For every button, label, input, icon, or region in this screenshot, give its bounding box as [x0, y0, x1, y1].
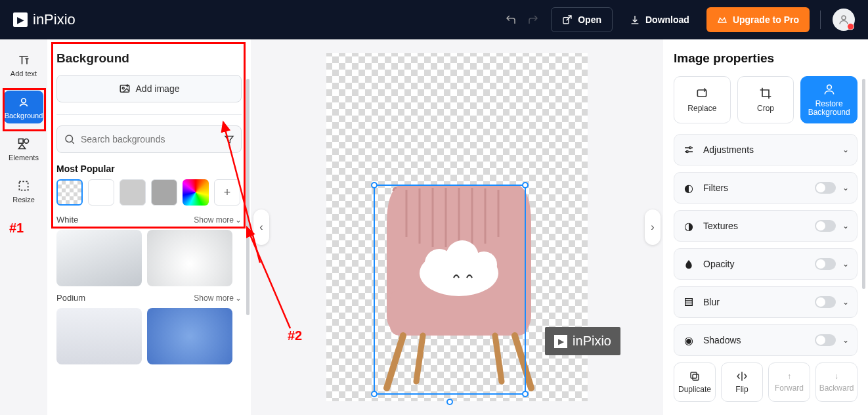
- textures-row[interactable]: ◑ Textures ⌄: [674, 210, 857, 242]
- adjustments-row[interactable]: Adjustments ⌄: [674, 134, 857, 165]
- brand-logo: ▶ inPixio: [13, 11, 76, 28]
- show-more-white[interactable]: Show more ⌄: [194, 215, 242, 225]
- search-backgrounds[interactable]: [56, 125, 242, 153]
- annotation-arrow-2: [244, 223, 303, 335]
- duplicate-button[interactable]: Duplicate: [674, 362, 716, 402]
- shadows-toggle[interactable]: [815, 334, 836, 346]
- textures-toggle[interactable]: [815, 220, 836, 232]
- backward-label: Backward: [819, 383, 854, 393]
- swatch-white[interactable]: [88, 179, 114, 206]
- shadows-row[interactable]: ◉ Shadows ⌄: [674, 324, 857, 356]
- forward-label: Forward: [775, 383, 804, 393]
- svg-point-19: [686, 151, 688, 153]
- blur-label: Blur: [703, 297, 815, 307]
- opacity-row[interactable]: Opacity ⌄: [674, 248, 857, 280]
- svg-point-8: [66, 135, 73, 142]
- collapse-right-button[interactable]: ›: [645, 209, 661, 245]
- properties-panel: Image properties Replace Crop Restore Ba…: [663, 39, 868, 415]
- rail-add-text-label: Add text: [11, 70, 37, 77]
- chevron-down-icon: ⌄: [842, 336, 849, 345]
- rail-resize-label: Resize: [12, 196, 35, 204]
- thumb-podium-1[interactable]: [56, 308, 142, 364]
- play-icon: ▶: [554, 335, 567, 348]
- app-header: ▶ inPixio Open Download Upgrade to Pro: [0, 0, 868, 39]
- handle-tl[interactable]: [371, 182, 378, 188]
- restore-background-button[interactable]: Restore Background: [800, 76, 857, 123]
- blur-toggle[interactable]: [815, 296, 836, 308]
- swatch-grey-light[interactable]: [119, 179, 146, 206]
- chevron-down-icon: ⌄: [842, 259, 849, 269]
- open-button[interactable]: Open: [551, 7, 613, 32]
- handle-bl[interactable]: [371, 391, 378, 397]
- opacity-label: Opacity: [703, 259, 815, 269]
- collapse-left-button[interactable]: ‹: [253, 209, 269, 245]
- replace-label: Replace: [687, 104, 716, 113]
- svg-rect-22: [691, 372, 697, 378]
- download-label: Download: [645, 14, 689, 25]
- undo-button[interactable]: [500, 9, 522, 31]
- chevron-down-icon: ⌄: [842, 183, 849, 192]
- svg-rect-21: [693, 374, 699, 380]
- svg-line-10: [247, 227, 290, 328]
- restore-label: Restore Background: [801, 100, 857, 117]
- crop-label: Crop: [757, 104, 774, 113]
- resize-icon: [16, 179, 31, 193]
- chevron-down-icon: ⌄: [842, 297, 849, 307]
- annotation-box-1: [3, 88, 46, 131]
- filter-icon[interactable]: [224, 134, 234, 144]
- svg-point-1: [842, 16, 846, 20]
- rail-elements[interactable]: Elements: [4, 133, 43, 165]
- handle-br[interactable]: [522, 391, 529, 397]
- opacity-icon: [682, 257, 695, 271]
- rail-add-text[interactable]: Add text: [4, 49, 43, 81]
- upgrade-label: Upgrade to Pro: [733, 14, 799, 25]
- textures-label: Textures: [703, 221, 815, 231]
- properties-title: Image properties: [674, 51, 857, 66]
- rail-resize[interactable]: Resize: [4, 175, 43, 207]
- canvas[interactable]: ▶ inPixio: [326, 53, 588, 401]
- show-more-podium[interactable]: Show more ⌄: [194, 294, 242, 303]
- replace-button[interactable]: Replace: [674, 76, 731, 123]
- search-input[interactable]: [81, 134, 219, 144]
- filters-toggle[interactable]: [815, 182, 836, 194]
- svg-point-18: [689, 147, 691, 149]
- canvas-area: ‹ › #2: [251, 39, 663, 415]
- redo-button[interactable]: [522, 9, 544, 31]
- handle-tr[interactable]: [522, 182, 529, 188]
- opacity-toggle[interactable]: [815, 258, 836, 270]
- divider: [56, 114, 242, 115]
- crop-button[interactable]: Crop: [737, 76, 794, 123]
- filters-row[interactable]: ◐ Filters ⌄: [674, 172, 857, 204]
- panel-scrollbar[interactable]: [246, 79, 250, 315]
- chevron-down-icon: ⌄: [235, 215, 242, 225]
- thumb-podium-2[interactable]: [147, 308, 232, 364]
- backward-button[interactable]: ↓ Backward: [815, 362, 857, 402]
- download-button[interactable]: Download: [619, 7, 700, 32]
- watermark: ▶ inPixio: [545, 327, 620, 355]
- swatch-color-picker[interactable]: [183, 179, 209, 206]
- swatch-add[interactable]: +: [214, 179, 240, 206]
- flip-button[interactable]: Flip: [721, 362, 763, 402]
- open-label: Open: [578, 14, 601, 25]
- properties-scrollbar[interactable]: [862, 79, 865, 289]
- thumb-white-1[interactable]: [56, 230, 142, 286]
- shadows-icon: ◉: [682, 334, 695, 347]
- swatch-transparent[interactable]: [56, 179, 83, 206]
- left-rail: Add text Background Elements Resize #1: [0, 39, 47, 415]
- svg-point-7: [122, 87, 124, 89]
- upgrade-button[interactable]: Upgrade to Pro: [706, 7, 810, 32]
- chevron-down-icon: ⌄: [842, 221, 849, 230]
- blur-row[interactable]: Blur ⌄: [674, 286, 857, 318]
- background-panel: Background Add image Most Popular + Whit…: [47, 39, 251, 415]
- handle-rotate[interactable]: [446, 399, 453, 405]
- add-image-button[interactable]: Add image: [56, 75, 242, 102]
- watermark-text: inPixio: [573, 334, 611, 349]
- thumb-white-2[interactable]: [147, 230, 232, 286]
- avatar[interactable]: [833, 9, 855, 31]
- swatch-grey[interactable]: [151, 179, 177, 206]
- selection-box[interactable]: [374, 185, 526, 395]
- divider: [820, 11, 821, 29]
- svg-point-4: [24, 139, 29, 144]
- play-icon: ▶: [13, 12, 28, 27]
- forward-button[interactable]: ↑ Forward: [768, 362, 810, 402]
